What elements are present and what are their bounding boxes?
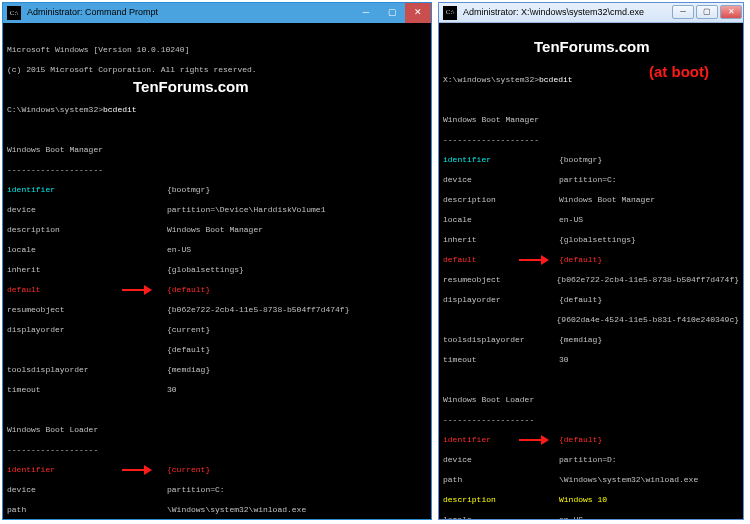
maximize-button[interactable]: ▢ [696,5,718,19]
command: bcdedit [103,105,137,114]
close-button[interactable]: ✕ [720,5,742,19]
boot-label: (at boot) [649,63,709,82]
key-identifier: identifier [7,185,167,195]
val-default: {default} [559,255,602,265]
terminal-left[interactable]: TenForums.com Microsoft Windows [Version… [3,23,431,519]
minimize-button[interactable]: ─ [353,3,379,23]
val-default: {default} [167,285,210,295]
window-title: Administrator: Command Prompt [25,7,353,18]
key-identifier: identifier [443,155,559,165]
close-button[interactable]: ✕ [405,3,431,23]
window-controls: ─ ▢ ✕ [353,3,431,23]
cmd-icon: C:\ [443,6,457,20]
titlebar-left[interactable]: C:\ Administrator: Command Prompt ─ ▢ ✕ [3,3,431,23]
watermark: TenForums.com [534,38,650,57]
section-title: Windows Boot Manager [443,115,739,125]
cmd-window-right: C:\ Administrator: X:\windows\system32\c… [438,2,744,520]
key-description: description [443,495,559,505]
arrow-icon [122,467,152,473]
section-sep: ------------------- [7,445,427,455]
section-sep: -------------------- [443,135,739,145]
header-line: Microsoft Windows [Version 10.0.10240] [7,45,427,55]
window-title: Administrator: X:\windows\system32\cmd.e… [461,7,671,18]
val: {bootmgr} [167,185,210,195]
terminal-right[interactable]: TenForums.com (at boot) X:\windows\syste… [439,23,743,519]
section-title: Windows Boot Manager [7,145,427,155]
minimize-button[interactable]: ─ [672,5,694,19]
arrow-icon [519,437,549,443]
section-sep: ------------------- [443,415,739,425]
val-description: Windows 10 [559,495,607,505]
cmd-window-left: C:\ Administrator: Command Prompt ─ ▢ ✕ … [2,2,432,520]
header-line: (c) 2015 Microsoft Corporation. All righ… [7,65,427,75]
val-identifier: {default} [559,435,602,445]
maximize-button[interactable]: ▢ [379,3,405,23]
section-title: Windows Boot Loader [7,425,427,435]
prompt: X:\windows\system32> [443,75,539,84]
prompt: C:\Windows\system32> [7,105,103,114]
titlebar-right[interactable]: C:\ Administrator: X:\windows\system32\c… [439,3,743,23]
arrow-icon [122,287,152,293]
cmd-icon: C:\ [7,6,21,20]
command: bcdedit [539,75,573,84]
window-controls: ─ ▢ ✕ [671,3,743,22]
section-title: Windows Boot Loader [443,395,739,405]
val-identifier: {current} [167,465,210,475]
arrow-icon [519,257,549,263]
section-sep: -------------------- [7,165,427,175]
